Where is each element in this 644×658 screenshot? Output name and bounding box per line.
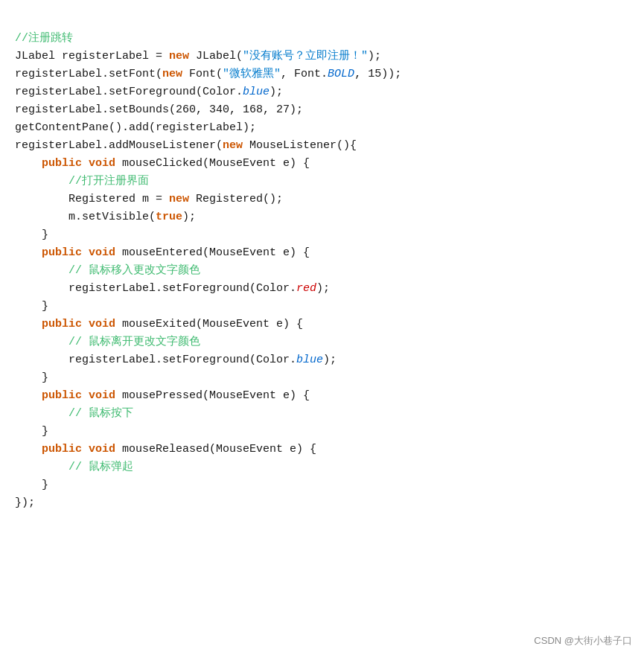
code-line: JLabel registerLabel = new JLabel("没有账号？… [15, 48, 629, 66]
code-line: m.setVisible(true); [15, 208, 629, 226]
code-line: registerLabel.setForeground(Color.blue); [15, 351, 629, 369]
code-line: public void mouseClicked(MouseEvent e) { [15, 155, 629, 173]
code-line: registerLabel.setForeground(Color.red); [15, 280, 629, 298]
code-line: registerLabel.addMouseListener(new Mouse… [15, 137, 629, 155]
code-line: } [15, 369, 629, 387]
code-line: } [15, 423, 629, 441]
code-line: // 鼠标弹起 [15, 459, 629, 476]
code-line: public void mouseReleased(MouseEvent e) … [15, 441, 629, 459]
code-line: // 鼠标移入更改文字颜色 [15, 262, 629, 280]
code-line: }); [15, 494, 629, 512]
code-line: } [15, 298, 629, 316]
code-line: // 鼠标按下 [15, 405, 629, 423]
code-line: //注册跳转 [15, 30, 629, 48]
code-line: registerLabel.setBounds(260, 340, 168, 2… [15, 101, 629, 119]
code-line: registerLabel.setForeground(Color.blue); [15, 83, 629, 101]
code-line: public void mouseEntered(MouseEvent e) { [15, 244, 629, 262]
code-line: registerLabel.setFont(new Font("微软雅黑", F… [15, 66, 629, 83]
code-line: Registered m = new Registered(); [15, 191, 629, 208]
code-line: // 鼠标离开更改文字颜色 [15, 333, 629, 351]
code-line: } [15, 476, 629, 494]
code-line: getContentPane().add(registerLabel); [15, 119, 629, 137]
code-line: //打开注册界面 [15, 173, 629, 191]
code-line: public void mousePressed(MouseEvent e) { [15, 387, 629, 405]
code-line: public void mouseExited(MouseEvent e) { [15, 316, 629, 333]
code-line: } [15, 226, 629, 244]
watermark: CSDN @大街小巷子口 [534, 633, 632, 649]
code-block: //注册跳转JLabel registerLabel = new JLabel(… [15, 12, 629, 512]
